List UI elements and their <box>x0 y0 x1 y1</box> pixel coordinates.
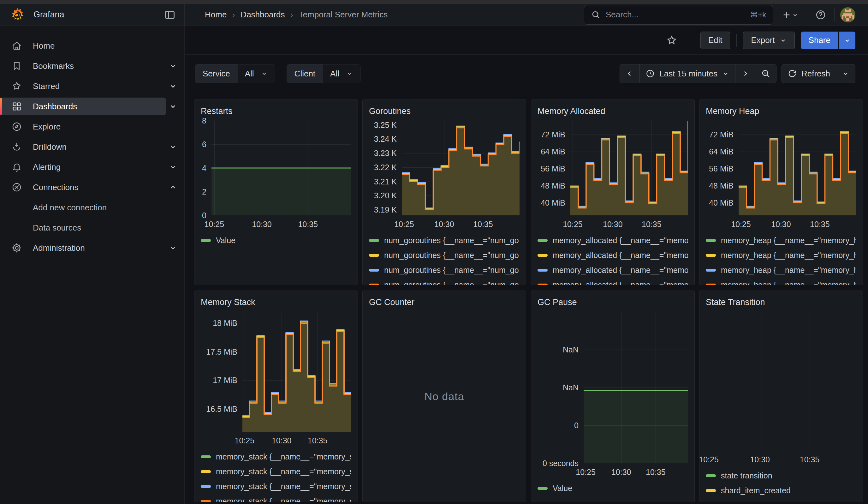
service-filter-value[interactable]: All <box>238 64 275 83</box>
y-tick-label: 3.19 K <box>374 205 397 214</box>
chevron-down-icon[interactable] <box>166 59 180 73</box>
legend-item[interactable]: Value <box>201 233 351 248</box>
grafana-logo-icon[interactable] <box>9 7 25 23</box>
export-button[interactable]: Export <box>743 32 794 49</box>
share-button[interactable]: Share <box>801 32 838 49</box>
refresh-button[interactable]: Refresh <box>782 64 836 83</box>
sidebar-item-link[interactable]: Home <box>0 37 180 55</box>
y-tick-label: 72 MiB <box>541 130 565 139</box>
breadcrumb-dashboards[interactable]: Dashboards <box>240 10 285 20</box>
legend-item[interactable]: state transition <box>706 468 856 483</box>
plot-area <box>706 312 856 451</box>
legend-label: memory_stack {__name__="memory_s <box>216 482 351 491</box>
y-tick-label: 40 MiB <box>709 198 734 207</box>
sidebar-toggle-icon[interactable] <box>163 8 177 22</box>
legend-item[interactable]: memory_allocated {__name__="memo <box>538 233 688 248</box>
legend-label: shard_item_created <box>721 486 790 495</box>
sidebar-item-explore[interactable]: Explore <box>0 116 184 137</box>
search-input[interactable] <box>606 10 745 20</box>
x-tick-label: 10:25 <box>576 468 596 477</box>
divider <box>807 8 807 21</box>
legend-label: memory_stack {__name__="memory_s <box>216 467 351 476</box>
chevron-up-icon[interactable] <box>166 180 180 194</box>
sidebar-item-starred[interactable]: Starred <box>0 76 184 96</box>
y-tick-label: 3.23 K <box>374 148 397 157</box>
legend-item[interactable]: Value <box>538 481 688 496</box>
chevron-down-icon[interactable] <box>166 140 180 154</box>
sidebar-item-administration[interactable]: Administration <box>0 238 184 258</box>
sidebar-item-link[interactable]: Bookmarks <box>0 57 166 75</box>
sidebar-item-dashboards[interactable]: Dashboards <box>0 96 184 116</box>
plug-icon <box>11 182 22 193</box>
legend-item[interactable]: shard_item_created <box>706 483 856 498</box>
legend-item[interactable]: memory_heap {__name__="memory_h <box>706 233 856 248</box>
dashboard-controls: Service All Client All <box>185 55 868 93</box>
sidebar-item-label: Home <box>33 41 55 51</box>
sidebar-item-link[interactable]: Dashboards <box>0 97 166 115</box>
series-color-dash <box>538 284 548 285</box>
legend-item[interactable]: memory_heap {__name__="memory_h <box>706 278 856 285</box>
zoom-out-button[interactable] <box>755 64 776 83</box>
client-filter-value[interactable]: All <box>323 64 360 83</box>
sidebar-item-link[interactable]: Explore <box>0 118 180 135</box>
chevron-down-icon[interactable] <box>166 100 180 113</box>
panel-memory_allocated: Memory Allocated72 MiB64 MiB56 MiB48 MiB… <box>531 100 695 285</box>
sidebar-item-connections[interactable]: Connections <box>0 177 184 197</box>
sidebar-item-add-new-connection[interactable]: Add new connection <box>0 197 184 218</box>
legend-item[interactable]: num_goroutines {__name__="num_go <box>369 248 519 263</box>
legend-item[interactable]: memory_allocated {__name__="memo <box>538 278 688 285</box>
search-box[interactable]: ⌘+k <box>584 5 773 25</box>
favorite-star-icon[interactable] <box>663 32 680 48</box>
y-axis: NaNNaN00 seconds <box>538 312 583 463</box>
add-new-button[interactable] <box>779 7 801 23</box>
sidebar-item-home[interactable]: Home <box>0 36 184 56</box>
sidebar-item-link[interactable]: Starred <box>0 78 166 95</box>
sidebar-item-link[interactable]: Connections <box>0 178 166 196</box>
panel-title: Restarts <box>201 104 351 118</box>
sidebar-item-label: Drilldown <box>33 142 66 152</box>
y-tick-label: 48 MiB <box>709 181 734 190</box>
sidebar-item-alerting[interactable]: Alerting <box>0 157 184 177</box>
chevron-down-icon[interactable] <box>166 79 180 93</box>
time-range-picker[interactable]: Last 15 minutes <box>640 64 735 83</box>
chevron-down-icon[interactable] <box>166 160 180 174</box>
legend-item[interactable]: memory_stack {__name__="memory_s <box>201 464 351 479</box>
sidebar-item-link[interactable]: Administration <box>0 239 166 257</box>
legend-label: memory_heap {__name__="memory_h <box>721 236 856 245</box>
time-forward-button[interactable] <box>735 64 755 83</box>
panel-title: State Transition <box>706 295 856 309</box>
legend-item[interactable]: memory_allocated {__name__="memo <box>538 248 688 263</box>
sidebar-item-link[interactable]: Add new connection <box>33 199 180 216</box>
user-avatar[interactable] <box>840 7 855 22</box>
help-icon[interactable] <box>813 7 828 23</box>
y-tick-label: 8 <box>202 116 206 125</box>
refresh-icon <box>787 69 797 78</box>
chevron-down-icon[interactable] <box>166 241 180 255</box>
x-tick-label: 10:30 <box>434 220 454 229</box>
series-color-dash <box>201 239 211 242</box>
sidebar-item-link[interactable]: Drilldown <box>0 138 166 156</box>
share-caret-button[interactable] <box>839 32 855 49</box>
legend-item[interactable]: memory_heap {__name__="memory_h <box>706 263 856 278</box>
legend-item[interactable]: memory_stack {__name__="memory_s <box>201 494 351 502</box>
legend-item[interactable]: memory_stack {__name__="memory_s <box>201 479 351 494</box>
breadcrumb-home[interactable]: Home <box>205 10 227 20</box>
y-tick-label: 6 <box>202 140 206 149</box>
sidebar-item-data-sources[interactable]: Data sources <box>0 218 184 238</box>
legend-item[interactable]: memory_stack {__name__="memory_s <box>201 449 351 464</box>
sidebar-item-bookmarks[interactable]: Bookmarks <box>0 56 184 76</box>
time-back-button[interactable] <box>620 64 640 83</box>
legend-item[interactable]: num_goroutines {__name__="num_go <box>369 263 519 278</box>
sidebar-item-drilldown[interactable]: Drilldown <box>0 137 184 157</box>
legend-label: num_goroutines {__name__="num_go <box>384 236 519 245</box>
refresh-interval-caret[interactable] <box>836 64 855 83</box>
edit-button[interactable]: Edit <box>700 32 730 49</box>
x-tick-label: 10:35 <box>473 220 493 229</box>
sidebar-item-link[interactable]: Data sources <box>33 219 180 237</box>
x-axis: 10:2510:3010:35 <box>583 465 688 479</box>
legend-item[interactable]: num_goroutines {__name__="num_go <box>369 278 519 285</box>
legend-item[interactable]: memory_heap {__name__="memory_h <box>706 248 856 263</box>
legend-item[interactable]: memory_allocated {__name__="memo <box>538 263 688 278</box>
sidebar-item-link[interactable]: Alerting <box>0 158 166 176</box>
legend-item[interactable]: num_goroutines {__name__="num_go <box>369 233 519 248</box>
